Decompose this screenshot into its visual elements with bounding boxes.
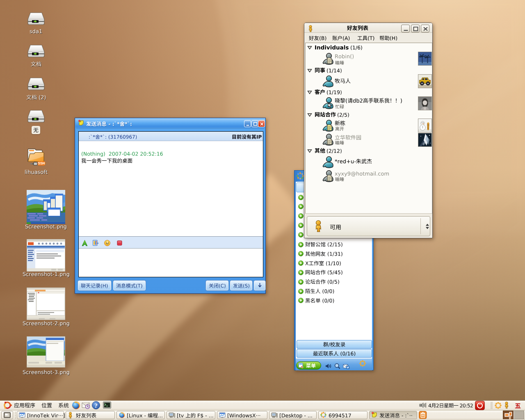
svg-text:?: ? — [94, 402, 98, 409]
svg-text:SSH: SSH — [38, 162, 45, 165]
